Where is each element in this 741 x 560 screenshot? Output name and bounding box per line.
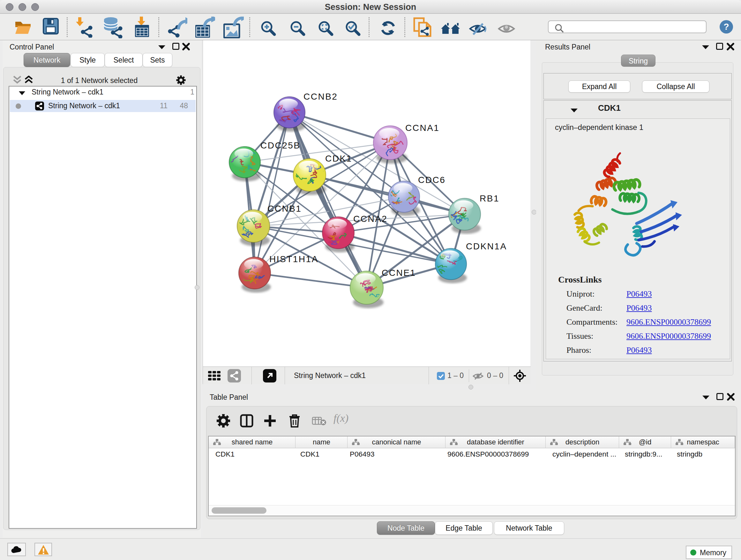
svg-text:RB1: RB1	[480, 193, 499, 203]
svg-text:CDC25B: CDC25B	[260, 140, 300, 150]
svg-text:CDK1: CDK1	[325, 153, 352, 164]
svg-text:CCNA2: CCNA2	[353, 214, 387, 224]
svg-text:HIST1H1A: HIST1H1A	[269, 254, 319, 264]
svg-text:CCNA1: CCNA1	[405, 123, 440, 133]
svg-text:CCNB2: CCNB2	[304, 91, 338, 102]
svg-text:CDC6: CDC6	[418, 175, 446, 185]
svg-text:CCNB1: CCNB1	[267, 204, 301, 213]
svg-text:CCNE1: CCNE1	[382, 268, 416, 278]
svg-text:CDKN1A: CDKN1A	[466, 241, 507, 251]
